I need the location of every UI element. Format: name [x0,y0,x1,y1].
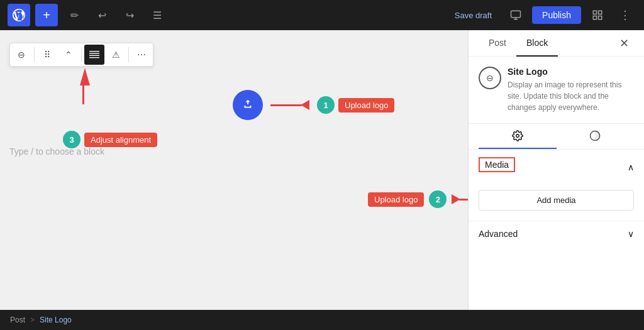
panel-close-button[interactable]: ✕ [614,33,634,53]
advanced-expand-icon: ∨ [628,229,634,239]
panel-icon-tabs [469,124,644,150]
arrow-up-head [80,68,90,85]
align-button[interactable] [84,45,104,65]
step2-label: Upload logo [368,192,424,207]
arrow-up-line [82,85,84,104]
tab-post[interactable]: Post [479,30,516,57]
type-hint: Type / to choose a block [9,146,104,157]
save-draft-button[interactable]: Save draft [447,7,499,24]
step1-label: Upload logo [338,98,394,113]
list-view-button[interactable]: ☰ [146,4,169,26]
advanced-section-header[interactable]: Advanced ∨ [479,221,634,246]
settings-button[interactable] [586,4,609,26]
step1-circle: 1 [317,96,335,114]
breadcrumb-bar: Post > Site Logo [0,310,644,330]
svg-rect-8 [89,57,99,58]
step3-label: Adjust alignment [84,133,157,147]
media-collapse-icon: ∧ [628,162,634,172]
more-options-button[interactable]: ⋮ [614,4,636,26]
add-block-button[interactable]: + [35,4,58,26]
warning-button[interactable]: ⚠ [106,45,126,65]
tools-button[interactable]: ✏ [63,4,86,26]
toolbar-divider-2 [81,47,82,62]
preview-button[interactable] [504,4,527,26]
breadcrumb-parent: Post [10,316,25,324]
undo-button[interactable]: ↩ [91,4,113,26]
svg-rect-1 [593,11,596,14]
svg-rect-3 [599,16,602,19]
breadcrumb-current: Site Logo [40,316,72,324]
svg-rect-7 [89,55,99,56]
style-icon-tab[interactable] [557,124,635,149]
redo-button[interactable]: ↪ [118,4,141,26]
toolbar-divider [34,47,35,62]
svg-rect-6 [89,53,99,53]
annotation-step3: 3 Adjust alignment [63,131,157,148]
step1-annotation: 1 Upload logo [317,96,394,114]
arrow-left [270,100,309,110]
media-section-header[interactable]: Media ∧ [469,150,644,185]
drag-button[interactable]: ⠿ [37,45,57,65]
media-section-title: Media [479,157,515,177]
editor-area: ⊖ ⠿ ⌃ ⚠ ⋯ 3 Adjust alignment Type / to c… [0,30,468,310]
svg-rect-4 [593,16,596,19]
advanced-section: Advanced ∨ [469,221,644,246]
svg-rect-2 [599,11,602,14]
publish-button[interactable]: Publish [532,6,581,24]
toolbar-divider-3 [128,47,129,62]
svg-point-9 [516,135,519,138]
panel-header: Post Block ✕ [469,30,644,57]
site-logo-icon: ⊖ [479,67,501,89]
svg-rect-0 [511,11,521,18]
add-media-button[interactable]: Add media [479,190,634,211]
right-panel: Post Block ✕ ⊖ Site Logo Display an imag… [468,30,644,310]
step3-circle: 3 [63,131,80,148]
more-block-options[interactable]: ⋯ [131,45,152,65]
step2-circle: 2 [429,190,447,208]
block-info-text: Site Logo Display an image to represent … [508,67,634,113]
block-toolbar: ⊖ ⠿ ⌃ ⚠ ⋯ [9,43,153,67]
zoom-out-button[interactable]: ⊖ [11,45,31,65]
media-label-highlight: Media [479,157,515,172]
tab-block[interactable]: Block [516,30,558,57]
media-section: Media ∧ Add media [469,150,644,221]
block-description: Display an image to represent this site.… [508,79,634,113]
upload-logo-circle[interactable] [233,90,263,120]
advanced-label: Advanced [479,229,518,239]
wordpress-logo[interactable] [8,4,30,26]
svg-rect-5 [89,51,99,52]
move-button[interactable]: ⌃ [58,45,79,65]
main-layout: ⊖ ⠿ ⌃ ⚠ ⋯ 3 Adjust alignment Type / to c… [0,30,644,310]
media-section-content: Add media [469,185,644,221]
block-info: ⊖ Site Logo Display an image to represen… [469,57,644,124]
block-name: Site Logo [508,67,634,77]
top-toolbar: + ✏ ↩ ↪ ☰ Save draft Publish ⋮ [0,0,644,30]
breadcrumb-separator: > [30,316,35,324]
settings-icon-tab[interactable] [479,124,557,149]
arrow-right [452,194,468,204]
annotation-step2: Upload logo 2 [368,190,468,208]
upload-area: 1 Upload logo [233,90,394,120]
